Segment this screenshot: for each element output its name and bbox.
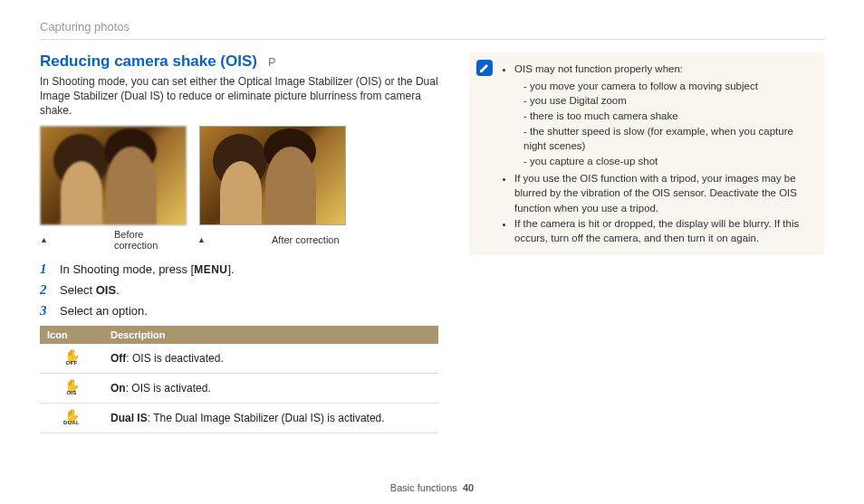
note-subitem: the shutter speed is slow (for example, … <box>523 124 813 154</box>
triangle-icon: ▲ <box>40 235 110 244</box>
step-number: 1 <box>40 262 51 277</box>
note-subitem: there is too much camera shake <box>523 109 813 124</box>
caption-before: ▲Before correction <box>40 229 185 251</box>
right-column: OIS may not function properly when: you … <box>469 52 824 433</box>
breadcrumb: Capturing photos <box>40 20 824 33</box>
mode-badge: P <box>268 55 276 69</box>
caption-before-text: Before correction <box>114 229 185 251</box>
step-number: 3 <box>40 303 51 319</box>
photo-before <box>40 126 187 225</box>
step-text: Select an option. <box>60 304 148 318</box>
left-column: Reducing camera shake (OIS) P In Shootin… <box>40 52 438 433</box>
step-1: 1 In Shooting mode, press [MENU]. <box>40 262 438 277</box>
table-row: ✋DUAL Dual IS: The Dual Image Stabilizer… <box>40 403 438 433</box>
note-subitem: you use Digital zoom <box>523 93 813 109</box>
hand-icon: ✋OFF <box>64 349 80 366</box>
note-item: If you use the OIS function with a tripo… <box>514 171 813 216</box>
th-desc: Description <box>103 326 438 344</box>
note-icon <box>476 60 493 76</box>
step-text: In Shooting mode, press [MENU]. <box>60 262 235 276</box>
option-icon-on: ✋OIS <box>40 373 103 403</box>
option-icon-off: ✋OFF <box>40 344 103 374</box>
pencil-icon <box>479 62 490 73</box>
table-row: ✋OFF Off: OIS is deactivated. <box>40 344 438 374</box>
photo-captions: ▲Before correction ▲After correction <box>40 229 438 251</box>
caption-after: ▲After correction <box>197 229 342 251</box>
note-list: OIS may not function properly when: you … <box>502 62 813 246</box>
note-sublist: you move your camera to follow a moving … <box>514 79 813 169</box>
option-desc: Dual IS: The Dual Image Stabilizer (Dual… <box>103 403 438 433</box>
caption-after-text: After correction <box>272 234 342 245</box>
th-icon: Icon <box>40 326 103 344</box>
section-title: Reducing camera shake (OIS) P <box>40 52 438 71</box>
note-subitem: you move your camera to follow a moving … <box>523 79 813 94</box>
hand-icon: ✋DUAL <box>63 409 80 425</box>
option-desc: On: OIS is activated. <box>103 373 438 403</box>
table-row: ✋OIS On: OIS is activated. <box>40 373 438 403</box>
options-table: Icon Description ✋OFF Off: OIS is deacti… <box>40 326 438 433</box>
triangle-icon: ▲ <box>197 235 268 244</box>
option-icon-dual: ✋DUAL <box>40 403 103 433</box>
columns: Reducing camera shake (OIS) P In Shootin… <box>40 52 824 433</box>
intro-text: In Shooting mode, you can set either the… <box>40 74 438 119</box>
steps-list: 1 In Shooting mode, press [MENU]. 2 Sele… <box>40 262 438 319</box>
photo-after <box>199 126 346 225</box>
manual-page: Capturing photos Reducing camera shake (… <box>0 0 864 504</box>
option-desc: Off: OIS is deactivated. <box>103 344 438 374</box>
example-photos <box>40 126 438 225</box>
note-item: OIS may not function properly when: you … <box>514 62 813 169</box>
step-text: Select OIS. <box>60 283 120 297</box>
menu-button-label: MENU <box>194 263 227 276</box>
note-box: OIS may not function properly when: you … <box>469 52 824 255</box>
hand-icon: ✋OIS <box>64 379 80 395</box>
step-3: 3 Select an option. <box>40 303 438 319</box>
page-footer: Basic functions 40 <box>0 482 864 493</box>
rule <box>40 39 824 40</box>
page-number: 40 <box>463 482 474 493</box>
footer-section: Basic functions <box>390 482 457 493</box>
step-number: 2 <box>40 282 51 298</box>
note-item: If the camera is hit or dropped, the dis… <box>514 216 813 246</box>
step-2: 2 Select OIS. <box>40 282 438 298</box>
title-text: Reducing camera shake (OIS) <box>40 52 257 71</box>
note-subitem: you capture a close-up shot <box>523 154 813 169</box>
